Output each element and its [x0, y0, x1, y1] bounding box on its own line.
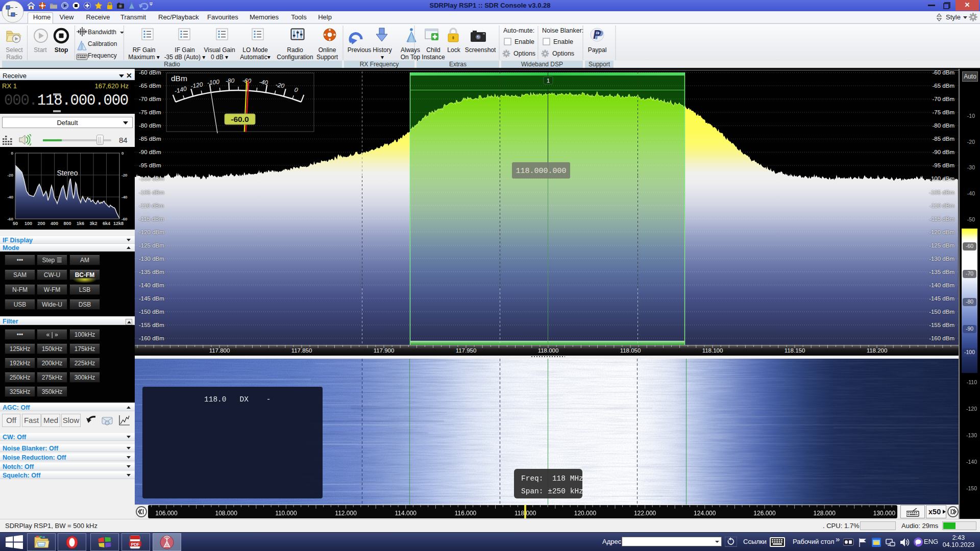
svg-text:-140 dBm: -140 dBm [139, 282, 164, 288]
svg-text:P: P [593, 28, 601, 41]
svg-text:0: 0 [121, 151, 124, 156]
svg-text:-130 dBm: -130 dBm [139, 256, 164, 262]
svg-text:-95 dBm: -95 dBm [139, 162, 161, 168]
svg-text:-70 dBm: -70 dBm [933, 96, 954, 102]
svg-text:-160 dBm: -160 dBm [139, 335, 164, 341]
svg-text:120.000: 120.000 [574, 510, 597, 517]
svg-text:-145 dBm: -145 dBm [929, 295, 954, 302]
svg-text:-115 dBm: -115 dBm [929, 216, 954, 222]
svg-text:-125 dBm: -125 dBm [929, 242, 954, 248]
svg-text:100: 100 [24, 221, 32, 226]
svg-text:Noise Blanker:: Noise Blanker: [542, 27, 583, 34]
svg-text:-160 dBm: -160 dBm [929, 335, 954, 341]
svg-text:-90 dBm: -90 dBm [933, 149, 954, 155]
svg-text:-135 dBm: -135 dBm [139, 269, 164, 275]
svg-text:-70 dBm: -70 dBm [139, 96, 161, 102]
svg-text:-40: -40 [121, 195, 128, 199]
svg-text:117.900: 117.900 [374, 347, 395, 354]
svg-text:114.000: 114.000 [395, 510, 417, 517]
svg-text:-100 dBm: -100 dBm [139, 176, 164, 182]
svg-text:-110 dBm: -110 dBm [929, 203, 954, 209]
svg-text:-75 dBm: -75 dBm [139, 109, 161, 115]
svg-text:118.100: 118.100 [702, 347, 723, 354]
svg-text:Auto-mute:: Auto-mute: [503, 27, 534, 34]
svg-text:-155 dBm: -155 dBm [139, 322, 164, 328]
svg-text:Options: Options [513, 50, 535, 57]
svg-text:1k6: 1k6 [77, 221, 84, 226]
svg-text:-120 dBm: -120 dBm [929, 229, 954, 235]
svg-text:-125 dBm: -125 dBm [139, 242, 164, 248]
svg-text:118.150: 118.150 [785, 347, 805, 354]
svg-text:-145 dBm: -145 dBm [139, 295, 164, 302]
svg-text:118.050: 118.050 [620, 347, 641, 354]
svg-text:-155 dBm: -155 dBm [929, 322, 954, 328]
svg-text:-90 dBm: -90 dBm [139, 149, 161, 155]
svg-text:-150 dBm: -150 dBm [929, 309, 954, 315]
svg-text:-20: -20 [275, 81, 285, 90]
svg-text:130.000: 130.000 [873, 510, 896, 517]
svg-text:124.000: 124.000 [694, 510, 716, 517]
svg-text:-80: -80 [226, 77, 235, 85]
svg-text:Enable: Enable [553, 38, 573, 45]
svg-text:-40: -40 [7, 195, 13, 199]
svg-text:-95 dBm: -95 dBm [933, 162, 954, 168]
svg-text:118.000.000: 118.000.000 [516, 167, 566, 176]
svg-text:dBm: dBm [171, 74, 187, 83]
svg-text:-40: -40 [259, 78, 268, 86]
svg-text:12k8: 12k8 [113, 221, 124, 226]
svg-text:-140 dBm: -140 dBm [929, 282, 954, 288]
svg-text:3k2: 3k2 [89, 221, 97, 226]
svg-text:117.800: 117.800 [209, 347, 230, 354]
svg-text:110.000: 110.000 [275, 510, 297, 517]
svg-text:106.000: 106.000 [155, 510, 178, 517]
svg-text:-150 dBm: -150 dBm [139, 309, 164, 315]
svg-text:PDF: PDF [131, 542, 140, 547]
svg-text:-105 dBm: -105 dBm [929, 189, 954, 195]
svg-text:Enable: Enable [514, 38, 534, 45]
svg-text:-75 dBm: -75 dBm [933, 109, 954, 115]
svg-text:-130 dBm: -130 dBm [929, 256, 954, 262]
svg-text:118.000: 118.000 [538, 347, 559, 354]
svg-text:128.000: 128.000 [814, 510, 836, 517]
svg-text:-100 dBm: -100 dBm [929, 176, 954, 182]
svg-text:Span: ±250 kHz: Span: ±250 kHz [521, 487, 583, 495]
svg-text:126.000: 126.000 [753, 510, 776, 517]
svg-text:122.000: 122.000 [634, 510, 656, 517]
svg-text:118.000: 118.000 [514, 510, 536, 517]
svg-text:-80 dBm: -80 dBm [139, 122, 161, 129]
svg-text:-20: -20 [121, 173, 128, 178]
svg-text:1: 1 [547, 78, 550, 84]
svg-text:-80 dBm: -80 dBm [933, 122, 954, 129]
svg-text:117.850: 117.850 [291, 347, 312, 354]
svg-text:112.000: 112.000 [335, 510, 357, 517]
svg-text:-60 dBm: -60 dBm [933, 69, 954, 76]
svg-text:6k4: 6k4 [103, 221, 110, 226]
svg-text:-135 dBm: -135 dBm [929, 269, 954, 275]
svg-text:50: 50 [13, 221, 18, 226]
svg-text:-85 dBm: -85 dBm [139, 136, 161, 142]
svg-text:-60 dBm: -60 dBm [139, 69, 161, 76]
svg-text:108.000: 108.000 [215, 510, 238, 517]
svg-text:-100: -100 [207, 78, 220, 86]
svg-text:-105 dBm: -105 dBm [139, 189, 164, 195]
svg-text:-65 dBm: -65 dBm [139, 83, 161, 89]
svg-text:-110 dBm: -110 dBm [139, 203, 164, 209]
svg-text:-115 dBm: -115 dBm [139, 216, 164, 222]
svg-text:-20: -20 [7, 173, 13, 178]
svg-text:Freq: 118 MHz: Freq: 118 MHz [521, 474, 583, 483]
svg-text:Stereo: Stereo [57, 169, 78, 177]
svg-text:-65 dBm: -65 dBm [933, 83, 954, 89]
svg-text:-120 dBm: -120 dBm [139, 229, 164, 235]
svg-text:800: 800 [63, 221, 71, 226]
svg-text:116.000: 116.000 [455, 510, 477, 517]
svg-text:Options: Options [552, 50, 574, 57]
svg-text:200: 200 [37, 221, 45, 226]
svg-text:-60.0: -60.0 [231, 115, 249, 123]
svg-text:0: 0 [11, 151, 14, 156]
svg-text:118.200: 118.200 [867, 347, 888, 354]
svg-text:117.950: 117.950 [456, 347, 477, 354]
svg-text:118.0 DX -: 118.0 DX - [204, 395, 271, 404]
svg-text:-85 dBm: -85 dBm [933, 136, 954, 142]
svg-text:400: 400 [51, 221, 58, 226]
